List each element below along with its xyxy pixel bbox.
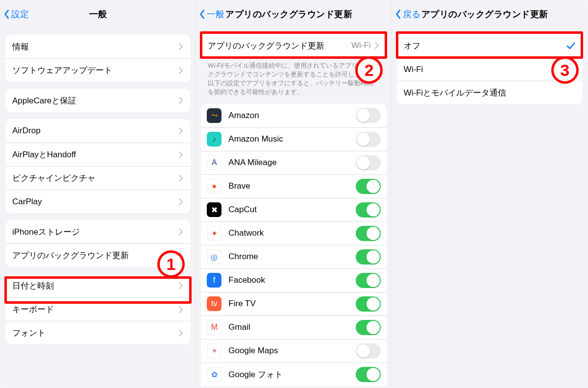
- app-row: ⤳Amazon: [201, 104, 386, 127]
- app-toggle[interactable]: [356, 108, 381, 123]
- row-airdrop[interactable]: AirDrop: [5, 119, 191, 143]
- app-name-label: Gmail: [228, 322, 355, 332]
- app-row: ⌖Google Maps: [201, 339, 386, 363]
- row-label: 情報: [12, 41, 178, 52]
- row-option-wifi[interactable]: Wi-Fi: [397, 57, 583, 81]
- app-icon: ◎: [207, 249, 221, 264]
- pane-background-refresh: 一般 アプリのバックグラウンド更新 アプリのバックグラウンド更新 Wi-Fi W…: [196, 0, 392, 388]
- row-software-update[interactable]: ソフトウェアアップデート: [5, 58, 191, 82]
- back-label: 一般: [207, 8, 224, 20]
- app-toggle[interactable]: [356, 179, 381, 194]
- toggle-knob: [367, 250, 380, 264]
- toggle-knob: [357, 109, 370, 122]
- row-keyboard[interactable]: キーボード: [5, 297, 191, 321]
- group-info: 情報 ソフトウェアアップデート: [5, 35, 191, 82]
- row-pip[interactable]: ピクチャインピクチャ: [5, 166, 191, 190]
- app-name-label: Facebook: [228, 275, 355, 285]
- row-value: Wi-Fi: [351, 41, 371, 50]
- row-font[interactable]: フォント: [5, 321, 191, 344]
- back-label: 設定: [11, 8, 29, 20]
- row-refresh-mode[interactable]: アプリのバックグラウンド更新 Wi-Fi: [201, 34, 386, 57]
- toggle-knob: [367, 368, 380, 381]
- toggle-knob: [357, 156, 370, 170]
- chevron-right-icon: [178, 329, 184, 337]
- app-icon: ⤳: [207, 108, 221, 123]
- row-label: Wi-Fi: [404, 65, 576, 74]
- app-toggle[interactable]: [356, 226, 381, 241]
- app-icon: ✿: [207, 367, 221, 382]
- app-name-label: Google フォト: [228, 369, 355, 380]
- row-option-off[interactable]: オフ: [397, 34, 583, 57]
- row-background-app-refresh[interactable]: アプリのバックグラウンド更新: [5, 243, 191, 267]
- app-row: ✦Chatwork: [201, 221, 386, 245]
- app-toggle[interactable]: [356, 132, 381, 147]
- group-options: オフ Wi-Fi Wi-Fiとモバイルデータ通信: [397, 34, 583, 104]
- chevron-right-icon: [178, 151, 184, 159]
- app-toggle[interactable]: [356, 249, 381, 265]
- app-toggle[interactable]: [356, 155, 381, 170]
- app-icon: M: [207, 320, 221, 335]
- app-row: ✖CapCut: [201, 198, 386, 221]
- group-applecare: AppleCareと保証: [5, 89, 191, 112]
- app-name-label: Amazon Music: [228, 134, 355, 144]
- app-name-label: Chatwork: [228, 228, 355, 238]
- app-row: tvFire TV: [201, 292, 386, 315]
- app-toggle[interactable]: [356, 343, 381, 359]
- toggle-knob: [357, 344, 370, 358]
- nav-bar: 一般 アプリのバックグラウンド更新: [196, 0, 391, 28]
- app-toggle[interactable]: [356, 273, 381, 288]
- app-icon: ✦: [207, 226, 221, 241]
- chevron-right-icon: [178, 174, 184, 182]
- app-toggle[interactable]: [356, 296, 381, 312]
- row-label: Wi-Fiとモバイルデータ通信: [404, 87, 576, 98]
- app-icon: ♪: [207, 132, 221, 146]
- chevron-right-icon: [178, 43, 184, 50]
- app-icon: A: [207, 155, 221, 170]
- chevron-left-icon: [3, 9, 10, 20]
- row-label: フォント: [12, 327, 178, 339]
- row-label: iPhoneストレージ: [12, 226, 178, 238]
- row-label: AirDrop: [12, 126, 178, 136]
- chevron-right-icon: [178, 252, 184, 260]
- row-carplay[interactable]: CarPlay: [5, 190, 191, 213]
- app-icon: ✖: [207, 202, 221, 217]
- back-button[interactable]: 戻る: [395, 0, 420, 28]
- row-date-time[interactable]: 日付と時刻: [5, 274, 191, 297]
- toggle-knob: [367, 274, 380, 287]
- app-row: MGmail: [201, 315, 386, 339]
- row-label: アプリのバックグラウンド更新: [12, 250, 178, 261]
- row-iphone-storage[interactable]: iPhoneストレージ: [5, 220, 191, 243]
- row-airplay[interactable]: AirPlayとHandoff: [5, 143, 191, 166]
- pane-refresh-mode-select: 戻る アプリのバックグラウンド更新 オフ Wi-Fi Wi-Fiとモバイルデータ…: [392, 0, 588, 388]
- app-name-label: Brave: [228, 181, 355, 191]
- toggle-knob: [367, 180, 380, 193]
- toggle-knob: [367, 297, 380, 311]
- app-icon: tv: [207, 296, 221, 311]
- row-label: ソフトウェアアップデート: [12, 65, 178, 76]
- section-footer: Wi-Fi/モバイル通信接続中に、使用されているアプリがバックグラウンドでコンテ…: [208, 61, 379, 97]
- chevron-right-icon: [178, 97, 184, 104]
- app-toggle[interactable]: [356, 202, 381, 218]
- app-row: ◎Chrome: [201, 245, 386, 268]
- row-option-wifi-cellular[interactable]: Wi-Fiとモバイルデータ通信: [397, 81, 583, 104]
- back-button[interactable]: 一般: [199, 0, 224, 28]
- group-storage: iPhoneストレージ アプリのバックグラウンド更新: [5, 220, 191, 267]
- row-about[interactable]: 情報: [5, 35, 191, 58]
- row-label: AirPlayとHandoff: [12, 149, 178, 160]
- page-title: アプリのバックグラウンド更新: [392, 8, 588, 20]
- chevron-right-icon: [178, 282, 184, 290]
- row-label: CarPlay: [12, 197, 178, 207]
- app-icon: ⌖: [207, 343, 221, 358]
- back-button[interactable]: 設定: [3, 0, 29, 28]
- page-title: 一般: [89, 8, 107, 20]
- row-label: AppleCareと保証: [12, 95, 178, 106]
- toggle-knob: [367, 203, 380, 217]
- row-applecare[interactable]: AppleCareと保証: [5, 89, 191, 112]
- app-toggle[interactable]: [356, 320, 381, 335]
- app-toggle[interactable]: [356, 367, 381, 382]
- chevron-right-icon: [374, 42, 380, 49]
- chevron-left-icon: [395, 9, 402, 20]
- app-row: ●Brave: [201, 174, 386, 198]
- chevron-right-icon: [178, 67, 184, 74]
- back-label: 戻る: [403, 8, 420, 20]
